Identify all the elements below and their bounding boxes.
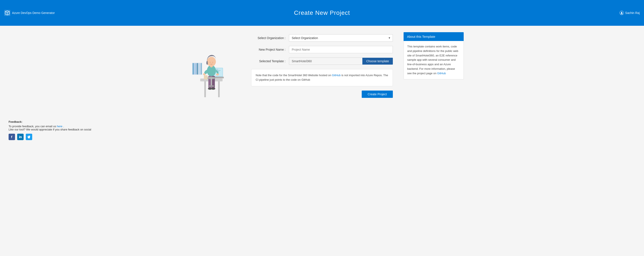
feedback-text-row: To provide feedback, you can email us he…	[8, 125, 636, 128]
svg-rect-25	[211, 78, 212, 86]
select-org-wrapper: Select Organization ▼	[289, 34, 393, 42]
svg-point-15	[203, 73, 206, 75]
selected-template-label: Selected Template :	[251, 60, 286, 63]
select-org-dropdown[interactable]: Select Organization	[289, 34, 393, 42]
user-profile[interactable]: Sachin Raj	[620, 11, 640, 15]
svg-rect-30	[197, 63, 198, 74]
about-template-header: About this Template	[404, 32, 464, 41]
github-link-about[interactable]: GitHub	[437, 72, 446, 75]
svg-rect-2	[204, 81, 206, 97]
person-illustration	[187, 32, 234, 110]
social-links	[8, 134, 636, 140]
svg-point-17	[207, 57, 216, 66]
svg-point-14	[216, 74, 219, 75]
page-title: Create New Project	[294, 10, 350, 16]
svg-point-34	[19, 136, 20, 136]
svg-point-23	[211, 88, 215, 90]
svg-point-26	[208, 85, 214, 87]
template-name-input	[289, 58, 362, 65]
template-control: Choose template	[289, 58, 393, 65]
template-input-group: Choose template	[289, 58, 393, 65]
footer: Feedback: To provide feedback, you can e…	[0, 116, 644, 144]
share-text: Like our tool? We would appreciate if yo…	[8, 128, 636, 131]
left-illustration	[180, 32, 240, 110]
svg-point-19	[212, 62, 213, 63]
project-name-control	[289, 46, 393, 53]
select-org-control: Select Organization ▼	[289, 34, 393, 42]
choose-template-button[interactable]: Choose template	[362, 58, 393, 64]
create-project-button[interactable]: Create Project	[362, 90, 393, 98]
svg-rect-12	[204, 75, 208, 80]
github-link-note[interactable]: GitHub	[332, 74, 340, 77]
about-template-body: This template contains work items, code …	[404, 41, 464, 80]
brand-text: Azure DevOps Demo Generator	[12, 11, 55, 14]
svg-point-18	[210, 62, 211, 63]
svg-rect-33	[19, 136, 20, 138]
svg-point-1	[621, 12, 622, 13]
feedback-label: Feedback:	[8, 120, 636, 124]
project-name-input[interactable]	[289, 46, 393, 53]
feedback-text: To provide feedback, you can email us	[8, 125, 57, 128]
user-name: Sachin Raj	[625, 11, 640, 14]
select-org-row: Select Organization : Select Organizatio…	[251, 34, 393, 42]
svg-rect-32	[201, 63, 202, 74]
note-box: Note that the code for the SmartHotel 36…	[251, 69, 393, 86]
svg-rect-3	[218, 81, 220, 97]
form-area: Select Organization : Select Organizatio…	[247, 32, 397, 110]
svg-rect-29	[194, 63, 196, 74]
feedback-suffix: .	[62, 125, 64, 128]
linkedin-icon[interactable]	[17, 134, 24, 140]
right-sidebar: About this Template This template contai…	[404, 32, 464, 110]
about-body-text-1: This template contains work items, code …	[407, 45, 458, 75]
twitter-icon[interactable]	[26, 134, 32, 140]
svg-rect-28	[192, 63, 194, 74]
note-text-1: Note that the code for the SmartHotel 36…	[256, 74, 332, 77]
header: Azure DevOps Demo Generator Create New P…	[0, 0, 644, 26]
main-content: Select Organization : Select Organizatio…	[172, 26, 472, 116]
azure-devops-icon	[4, 10, 10, 16]
feedback-here-link[interactable]: here	[57, 125, 62, 128]
new-project-row: New Project Name :	[251, 46, 393, 53]
facebook-icon[interactable]	[8, 134, 15, 140]
svg-rect-31	[198, 63, 200, 74]
select-org-label: Select Organization :	[251, 36, 286, 40]
user-avatar-icon	[620, 11, 624, 15]
create-btn-row: Create Project	[251, 90, 393, 98]
selected-template-row: Selected Template : Choose template	[251, 58, 393, 65]
header-brand: Azure DevOps Demo Generator	[4, 10, 55, 16]
new-project-label: New Project Name :	[251, 48, 286, 51]
